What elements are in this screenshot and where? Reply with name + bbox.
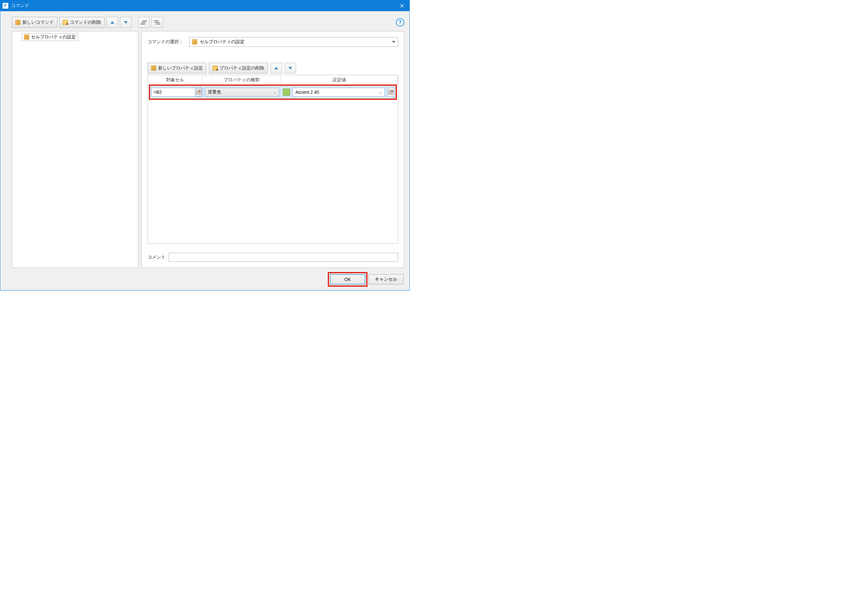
ok-button[interactable]: OK <box>330 274 365 285</box>
grid-delete-icon <box>63 20 68 25</box>
column-target-cell: 対象セル <box>148 75 202 84</box>
command-select-value: セルプロパティの設定 <box>200 39 244 45</box>
grid-new-icon <box>151 66 156 71</box>
move-up-button[interactable] <box>107 17 118 28</box>
new-property-button[interactable]: 新しいプロパティ設定 <box>148 63 206 73</box>
indent-button[interactable] <box>151 17 163 28</box>
indent-icon <box>154 20 160 24</box>
command-select[interactable]: セルプロパティの設定 <box>189 37 398 47</box>
delete-property-button[interactable]: プロパティ設定の削除 <box>209 63 268 73</box>
dialog-footer: OK キャンセル <box>0 271 409 290</box>
triangle-up-icon <box>110 21 114 24</box>
chevron-down-icon: ⌄ <box>273 90 276 95</box>
main-toolbar: 新しいコマンド コマンドの削除 ? <box>0 11 409 31</box>
grid-icon <box>24 35 29 40</box>
new-property-label: 新しいプロパティ設定 <box>158 65 203 71</box>
selected-property-row-highlight: =B2 背景色 ⌄ Accent 2 40 ⌄ <box>149 84 397 100</box>
command-tree[interactable]: セルプロパティの設定 <box>12 31 138 268</box>
target-cell-input[interactable]: =B2 <box>151 88 202 97</box>
comment-label: コメント <box>148 255 165 260</box>
command-dialog: F コマンド 新しいコマンド コマンドの削除 ? <box>0 0 410 291</box>
property-value-select[interactable]: Accent 2 40 ⌄ <box>293 88 385 97</box>
new-command-label: 新しいコマンド <box>23 20 54 25</box>
comment-input[interactable] <box>169 253 398 262</box>
sheet-picker-icon <box>388 90 393 95</box>
triangle-up-icon <box>274 67 278 69</box>
property-row[interactable]: =B2 背景色 ⌄ Accent 2 40 ⌄ <box>151 88 394 97</box>
command-select-label: コマンドの選択： <box>148 39 186 45</box>
delete-command-button[interactable]: コマンドの削除 <box>59 17 105 28</box>
outdent-icon <box>140 20 147 24</box>
command-select-row: コマンドの選択： セルプロパティの設定 <box>148 37 398 47</box>
move-down-button[interactable] <box>120 17 131 28</box>
delete-command-label: コマンドの削除 <box>70 20 101 25</box>
target-cell-value: =B2 <box>154 90 162 95</box>
help-button[interactable]: ? <box>396 18 404 27</box>
chevron-down-icon: ⌄ <box>379 90 382 95</box>
property-grid-header: 対象セル プロパティの種類 設定値 <box>148 75 398 85</box>
window-title: コマンド <box>11 3 395 9</box>
property-move-down-button[interactable] <box>285 63 296 73</box>
app-icon: F <box>2 3 9 9</box>
close-button[interactable] <box>395 0 409 11</box>
cancel-button[interactable]: キャンセル <box>368 274 404 285</box>
command-detail-panel: コマンドの選択： セルプロパティの設定 新しいプロパティ設定 プロパティ設定の削… <box>142 31 404 268</box>
outdent-button[interactable] <box>138 17 149 28</box>
property-type-value: 背景色 <box>208 89 221 95</box>
property-value-text: Accent 2 40 <box>296 90 319 95</box>
close-icon <box>400 4 404 8</box>
dialog-body: セルプロパティの設定 コマンドの選択： セルプロパティの設定 新しいプロパティ設… <box>0 31 409 271</box>
sheet-picker-icon <box>196 90 201 95</box>
column-property-type: プロパティの種類 <box>202 75 281 84</box>
target-cell-picker-button[interactable] <box>195 88 202 96</box>
grid-delete-icon <box>212 66 218 71</box>
grid-icon <box>192 40 197 44</box>
comment-row: コメント <box>148 247 398 263</box>
chevron-down-icon <box>392 41 395 43</box>
triangle-down-icon <box>288 67 292 69</box>
property-type-select[interactable]: 背景色 ⌄ <box>205 88 279 97</box>
new-command-button[interactable]: 新しいコマンド <box>12 17 57 28</box>
color-swatch <box>283 88 290 96</box>
grid-new-icon <box>15 20 20 25</box>
property-grid: 対象セル プロパティの種類 設定値 =B2 背景色 <box>148 75 398 244</box>
tree-item[interactable]: セルプロパティの設定 <box>22 33 78 41</box>
property-move-up-button[interactable] <box>270 63 282 73</box>
triangle-down-icon <box>124 21 128 24</box>
column-value: 設定値 <box>281 75 398 84</box>
titlebar: F コマンド <box>0 0 409 11</box>
delete-property-label: プロパティ設定の削除 <box>220 65 264 71</box>
tree-item-label: セルプロパティの設定 <box>31 34 76 40</box>
value-picker-button[interactable] <box>387 88 394 97</box>
property-toolbar: 新しいプロパティ設定 プロパティ設定の削除 <box>148 63 398 73</box>
